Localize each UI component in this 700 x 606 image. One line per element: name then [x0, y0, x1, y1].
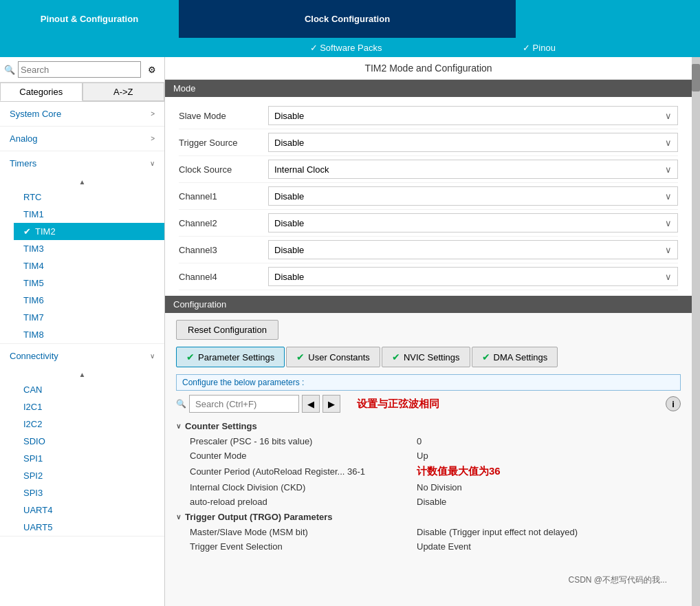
sidebar-section-connectivity: Connectivity ∨ ▲ CAN I2C1 I2C2 SDIO SPI1…	[0, 344, 164, 537]
param-search-input[interactable]	[189, 395, 299, 413]
sidebar-content: System Core > Analog > Timers ∨ ▲ RT	[0, 102, 164, 606]
sidebar-item-spi2[interactable]: SPI2	[14, 467, 164, 484]
annotation-count: 计数值最大值为36	[417, 465, 501, 478]
pinout-right-label: ✓ Pinou	[523, 43, 556, 53]
sidebar-item-tim1[interactable]: TIM1	[14, 206, 164, 223]
info-button[interactable]: i	[666, 396, 681, 411]
trigger-event-value: Update Event	[417, 541, 681, 552]
channel4-arrow: ∨	[665, 272, 672, 282]
tab-categories[interactable]: Categories	[0, 83, 83, 101]
sidebar-item-sdio[interactable]: SDIO	[14, 433, 164, 450]
prescaler-value: 0	[417, 436, 681, 446]
tab-a-to-z[interactable]: A->Z	[83, 83, 165, 101]
annotation-sine: 设置与正弦波相同	[357, 398, 439, 411]
sidebar-item-tim6[interactable]: TIM6	[14, 292, 164, 309]
channel1-select[interactable]: Disable ∨	[268, 186, 678, 206]
tim2-check-icon: ✔	[23, 226, 31, 237]
channel2-select[interactable]: Disable ∨	[268, 213, 678, 232]
tab-user-constants[interactable]: ✔ User Constants	[286, 347, 380, 367]
counter-settings-label: Counter Settings	[185, 421, 257, 431]
param-row-msm: Master/Slave Mode (MSM bit) Disable (Tri…	[190, 525, 681, 539]
pinout-tab[interactable]: ✓ Pinou	[516, 38, 700, 57]
header-right	[516, 0, 700, 38]
tab-dma-settings[interactable]: ✔ DMA Settings	[472, 347, 558, 367]
ckd-name: Internal Clock Division (CKD)	[190, 482, 417, 493]
scrollbar-thumb[interactable]	[692, 64, 700, 91]
content-title: TIM2 Mode and Configuration	[165, 57, 692, 80]
gear-icon[interactable]: ⚙	[144, 61, 160, 78]
connectivity-items: CAN I2C1 I2C2 SDIO SPI1 SPI2 SPI3 UART4 …	[0, 381, 164, 536]
param-row-auto-reload: auto-reload preload Disable	[190, 495, 681, 509]
trigger-event-name: Trigger Event Selection	[190, 541, 417, 552]
search-prev-button[interactable]: ◀	[302, 395, 320, 413]
sidebar-section-timers: Timers ∨ ▲ RTC TIM1 ✔ TIM2 TIM3 TIM4 TIM…	[0, 151, 164, 344]
mode-row-clock-source: Clock Source Internal Clock ∨	[179, 156, 678, 183]
sidebar-item-spi1[interactable]: SPI1	[14, 450, 164, 467]
channel3-arrow: ∨	[665, 245, 672, 255]
tab-parameter-settings[interactable]: ✔ Parameter Settings	[176, 347, 285, 367]
timers-label: Timers	[10, 158, 36, 169]
sidebar-tabs: Categories A->Z	[0, 83, 164, 102]
system-core-label: System Core	[10, 109, 61, 119]
sidebar-item-i2c2[interactable]: I2C2	[14, 415, 164, 433]
trigger-source-select[interactable]: Disable ∨	[268, 133, 678, 152]
config-section: Reset Configuration ✔ Parameter Settings…	[165, 313, 692, 593]
counter-mode-name: Counter Mode	[190, 451, 417, 461]
sidebar-item-uart4[interactable]: UART4	[14, 501, 164, 519]
sidebar-item-tim2[interactable]: ✔ TIM2	[14, 223, 164, 240]
user-constants-check-icon: ✔	[296, 351, 305, 362]
param-row-counter-period: Counter Period (AutoReload Register... 3…	[190, 463, 681, 480]
counter-period-name: Counter Period (AutoReload Register... 3…	[190, 466, 417, 477]
analog-label: Analog	[10, 133, 37, 144]
sidebar-section-header-timers[interactable]: Timers ∨	[0, 151, 164, 175]
sidebar-item-tim7[interactable]: TIM7	[14, 309, 164, 326]
config-tabs-row: ✔ Parameter Settings ✔ User Constants ✔ …	[176, 347, 681, 367]
sidebar-item-spi3[interactable]: SPI3	[14, 484, 164, 501]
slave-mode-select[interactable]: Disable ∨	[268, 106, 678, 125]
clock-source-select[interactable]: Internal Clock ∨	[268, 160, 678, 179]
mode-table: Slave Mode Disable ∨ Trigger Source Disa…	[165, 97, 692, 296]
timers-up-arrow: ▲	[0, 175, 164, 188]
trigger-output-label: Trigger Output (TRGO) Parameters	[185, 512, 333, 522]
channel4-select[interactable]: Disable ∨	[268, 267, 678, 286]
reset-config-button[interactable]: Reset Configuration	[176, 320, 278, 340]
counter-settings-header[interactable]: ∨ Counter Settings	[176, 418, 681, 434]
sidebar-item-tim3[interactable]: TIM3	[14, 240, 164, 257]
sidebar-section-header-analog[interactable]: Analog >	[0, 127, 164, 151]
trigger-source-label: Trigger Source	[179, 138, 268, 148]
mode-row-trigger-source: Trigger Source Disable ∨	[179, 129, 678, 156]
header-pinout[interactable]: Pinout & Configuration	[0, 0, 179, 38]
ckd-value: No Division	[417, 482, 681, 493]
software-packs-label: ✓ Software Packs	[310, 43, 382, 53]
auto-reload-value: Disable	[417, 497, 681, 507]
search-next-button[interactable]: ▶	[322, 395, 340, 413]
pinout-label: Pinout & Configuration	[41, 14, 138, 24]
sidebar-item-can[interactable]: CAN	[14, 381, 164, 398]
sidebar-section-header-system-core[interactable]: System Core >	[0, 102, 164, 126]
param-row-counter-mode: Counter Mode Up	[190, 448, 681, 463]
sidebar-item-rtc[interactable]: RTC	[14, 188, 164, 206]
sidebar-search-input[interactable]	[18, 61, 141, 78]
sidebar-section-header-connectivity[interactable]: Connectivity ∨	[0, 344, 164, 368]
sidebar-item-tim8[interactable]: TIM8	[14, 326, 164, 343]
sidebar-item-i2c1[interactable]: I2C1	[14, 398, 164, 415]
clock-source-arrow: ∨	[665, 164, 672, 175]
software-packs-tab[interactable]: ✓ Software Packs	[179, 38, 516, 57]
header-clock[interactable]: Clock Configuration	[179, 0, 516, 38]
counter-settings-arrow-icon: ∨	[176, 422, 181, 430]
mode-section-header: Mode	[165, 80, 692, 97]
sidebar-item-uart5[interactable]: UART5	[14, 519, 164, 536]
scrollbar[interactable]	[692, 57, 700, 606]
channel4-label: Channel4	[179, 272, 268, 282]
param-search-icon: 🔍	[176, 399, 186, 409]
channel1-label: Channel1	[179, 191, 268, 202]
auto-reload-name: auto-reload preload	[190, 497, 417, 507]
tab-nvic-settings[interactable]: ✔ NVIC Settings	[382, 347, 470, 367]
channel3-select[interactable]: Disable ∨	[268, 240, 678, 259]
sidebar-item-tim5[interactable]: TIM5	[14, 274, 164, 292]
sidebar-item-tim4[interactable]: TIM4	[14, 257, 164, 274]
counter-settings-rows: Prescaler (PSC - 16 bits value) 0 Counte…	[176, 434, 681, 509]
channel2-label: Channel2	[179, 218, 268, 228]
search-icon: 🔍	[4, 65, 15, 75]
trigger-output-header[interactable]: ∨ Trigger Output (TRGO) Parameters	[176, 509, 681, 525]
